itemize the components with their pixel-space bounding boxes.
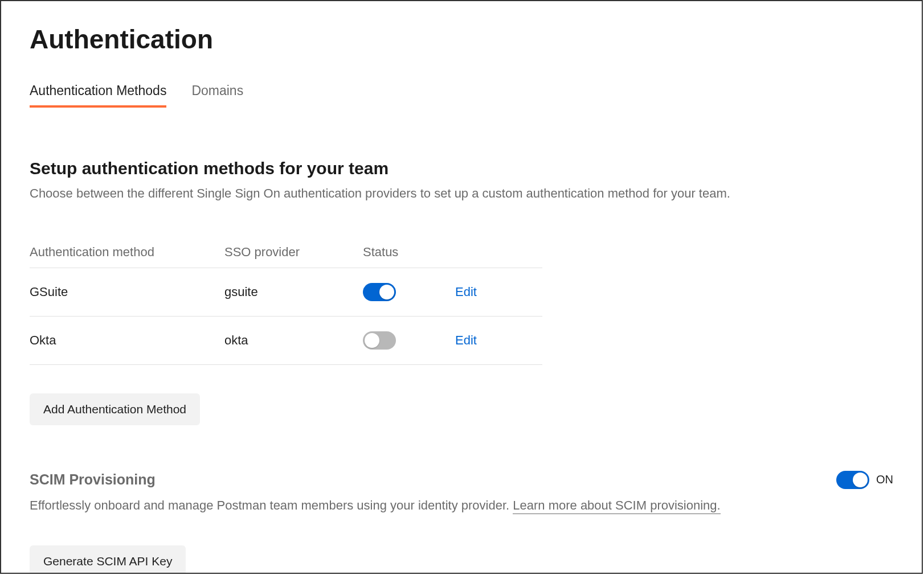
cell-provider: okta [224, 316, 363, 364]
scim-description-text: Effortlessly onboard and manage Postman … [30, 498, 513, 512]
generate-scim-api-key-button[interactable]: Generate SCIM API Key [30, 545, 186, 574]
cell-status [363, 268, 455, 316]
cell-action: Edit [455, 316, 542, 364]
section-heading: Setup authentication methods for your te… [30, 159, 893, 178]
cell-status [363, 316, 455, 364]
scim-header-row: SCIM Provisioning ON [30, 471, 893, 489]
table-row: Okta okta Edit [30, 316, 542, 364]
table-header-status: Status [363, 237, 455, 268]
scim-toggle[interactable] [836, 471, 869, 489]
scim-title: SCIM Provisioning [30, 471, 156, 488]
scim-status-label: ON [876, 473, 893, 486]
table-header-method: Authentication method [30, 237, 224, 268]
cell-provider: gsuite [224, 268, 363, 316]
status-toggle[interactable] [363, 283, 396, 301]
table-header-action [455, 237, 542, 268]
cell-method: Okta [30, 316, 224, 364]
cell-action: Edit [455, 268, 542, 316]
tab-domains[interactable]: Domains [191, 83, 243, 108]
edit-link[interactable]: Edit [455, 285, 477, 299]
table-header-provider: SSO provider [224, 237, 363, 268]
section-description: Choose between the different Single Sign… [30, 185, 893, 203]
tab-authentication-methods[interactable]: Authentication Methods [30, 83, 166, 108]
authentication-settings-panel: Authentication Authentication Methods Do… [0, 0, 923, 574]
scim-description: Effortlessly onboard and manage Postman … [30, 497, 893, 515]
scim-toggle-wrap: ON [836, 471, 893, 489]
table-row: GSuite gsuite Edit [30, 268, 542, 316]
edit-link[interactable]: Edit [455, 333, 477, 347]
auth-methods-table: Authentication method SSO provider Statu… [30, 237, 542, 365]
scim-learn-more-link[interactable]: Learn more about SCIM provisioning. [513, 498, 720, 514]
page-title: Authentication [30, 24, 893, 55]
scim-section: SCIM Provisioning ON Effortlessly onboar… [30, 471, 893, 574]
status-toggle[interactable] [363, 331, 396, 350]
add-authentication-method-button[interactable]: Add Authentication Method [30, 393, 200, 425]
tabs-row: Authentication Methods Domains [30, 83, 893, 108]
cell-method: GSuite [30, 268, 224, 316]
